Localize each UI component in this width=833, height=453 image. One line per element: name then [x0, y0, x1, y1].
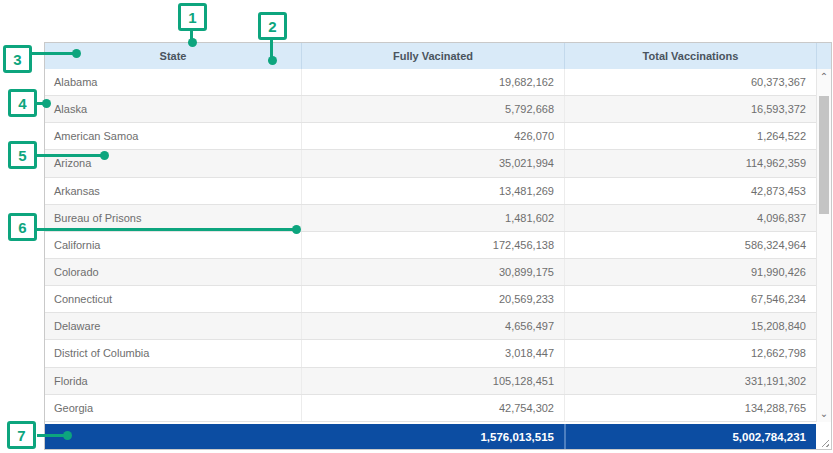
table-row: American Samoa426,0701,264,522 [45, 123, 816, 150]
callout-6-dot [292, 225, 301, 234]
page: State Fully Vacinated Total Vaccinations… [0, 0, 833, 453]
callout-2-dot [268, 56, 277, 65]
table-header-row: State Fully Vacinated Total Vaccinations [45, 43, 831, 69]
column-header-total-vaccinations[interactable]: Total Vaccinations [564, 43, 816, 69]
vaccination-table: State Fully Vacinated Total Vaccinations… [44, 42, 832, 450]
cell-fully-vaccinated: 20,569,233 [301, 286, 564, 312]
cell-state: District of Columbia [45, 340, 301, 366]
callout-5: 5 [8, 141, 37, 169]
cell-total-vaccinations: 15,208,840 [564, 313, 816, 339]
cell-total-vaccinations: 114,962,359 [564, 150, 816, 176]
table-row: Arizona35,021,994114,962,359 [45, 150, 816, 177]
table-row: Florida105,128,451331,191,302 [45, 368, 816, 395]
table-body-wrap: Alabama19,682,16260,373,367Alaska5,792,6… [45, 69, 831, 422]
cell-fully-vaccinated: 30,899,175 [301, 259, 564, 285]
cell-total-vaccinations: 134,288,765 [564, 395, 816, 421]
cell-fully-vaccinated: 5,792,668 [301, 96, 564, 122]
footer-corner [816, 424, 831, 449]
cell-total-vaccinations: 586,324,964 [564, 232, 816, 258]
column-header-fully-vaccinated[interactable]: Fully Vacinated [301, 43, 564, 69]
cell-fully-vaccinated: 4,656,497 [301, 313, 564, 339]
cell-state: Connecticut [45, 286, 301, 312]
scroll-up-button[interactable]: ⌃ [817, 69, 831, 85]
table-row: Arkansas13,481,26942,873,453 [45, 178, 816, 205]
column-header-state[interactable]: State [45, 43, 301, 69]
vertical-scrollbar[interactable]: ⌃ ⌄ [816, 69, 831, 422]
cell-state: Colorado [45, 259, 301, 285]
cell-fully-vaccinated: 172,456,138 [301, 232, 564, 258]
cell-state: California [45, 232, 301, 258]
callout-1: 1 [178, 3, 207, 31]
callout-5-line [37, 154, 101, 157]
table-row: Colorado30,899,17591,990,426 [45, 259, 816, 286]
footer-total-vaccinations: 5,002,784,231 [564, 424, 816, 449]
callout-4: 4 [8, 89, 37, 117]
table-row: Alaska5,792,66816,593,372 [45, 96, 816, 123]
callout-7-line [37, 434, 65, 437]
footer-total-fully-vaccinated: 1,576,013,515 [45, 424, 564, 449]
cell-fully-vaccinated: 3,018,447 [301, 340, 564, 366]
cell-fully-vaccinated: 42,754,302 [301, 395, 564, 421]
scrollbar-thumb[interactable] [819, 96, 829, 214]
callout-3: 3 [3, 45, 32, 73]
cell-total-vaccinations: 60,373,367 [564, 69, 816, 95]
cell-state: Alabama [45, 69, 301, 95]
callout-7: 7 [7, 421, 36, 449]
callout-7-dot [63, 431, 72, 440]
callout-6: 6 [8, 213, 37, 241]
cell-state: Florida [45, 368, 301, 394]
table-footer-row: 1,576,013,515 5,002,784,231 [45, 424, 831, 449]
callout-4-dot [42, 99, 51, 108]
cell-total-vaccinations: 4,096,837 [564, 205, 816, 231]
cell-fully-vaccinated: 19,682,162 [301, 69, 564, 95]
table-body: Alabama19,682,16260,373,367Alaska5,792,6… [45, 69, 816, 422]
cell-total-vaccinations: 16,593,372 [564, 96, 816, 122]
cell-fully-vaccinated: 1,481,602 [301, 205, 564, 231]
cell-total-vaccinations: 1,264,522 [564, 123, 816, 149]
callout-2: 2 [258, 12, 287, 40]
cell-state: Georgia [45, 395, 301, 421]
callout-5-dot [100, 151, 109, 160]
table-row: California172,456,138586,324,964 [45, 232, 816, 259]
cell-total-vaccinations: 12,662,798 [564, 340, 816, 366]
cell-total-vaccinations: 91,990,426 [564, 259, 816, 285]
cell-total-vaccinations: 67,546,234 [564, 286, 816, 312]
callout-6-line [37, 228, 293, 231]
cell-state: American Samoa [45, 123, 301, 149]
table-row: Delaware4,656,49715,208,840 [45, 313, 816, 340]
scrollbar-track[interactable] [817, 85, 831, 406]
resize-corner-icon [821, 439, 829, 447]
callout-3-dot [72, 49, 81, 58]
scroll-down-button[interactable]: ⌄ [817, 406, 831, 422]
table-row: Georgia42,754,302134,288,765 [45, 395, 816, 422]
table-row: Alabama19,682,16260,373,367 [45, 69, 816, 96]
table-row: District of Columbia3,018,44712,662,798 [45, 340, 816, 367]
cell-total-vaccinations: 42,873,453 [564, 178, 816, 204]
callout-1-dot [188, 38, 197, 47]
header-scrollbar-spacer [816, 43, 831, 69]
table-row: Connecticut20,569,23367,546,234 [45, 286, 816, 313]
cell-state: Arkansas [45, 178, 301, 204]
cell-state: Bureau of Prisons [45, 205, 301, 231]
cell-total-vaccinations: 331,191,302 [564, 368, 816, 394]
cell-state: Delaware [45, 313, 301, 339]
cell-fully-vaccinated: 35,021,994 [301, 150, 564, 176]
cell-fully-vaccinated: 13,481,269 [301, 178, 564, 204]
cell-state: Alaska [45, 96, 301, 122]
cell-fully-vaccinated: 105,128,451 [301, 368, 564, 394]
cell-fully-vaccinated: 426,070 [301, 123, 564, 149]
callout-3-line [32, 52, 73, 55]
